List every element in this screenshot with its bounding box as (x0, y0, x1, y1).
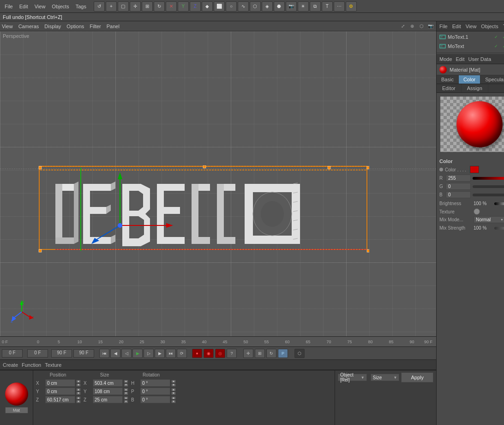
gen-btn[interactable]: ◈ (262, 1, 273, 12)
tab-specular[interactable]: Specular (480, 75, 504, 84)
goto-start-btn[interactable]: ⏮ (99, 349, 109, 358)
mix-mode-dropdown[interactable]: Normal ▼ (474, 216, 504, 223)
g-field[interactable]: 0 (446, 183, 471, 190)
keyframe-btn[interactable]: ● (192, 349, 202, 358)
brightness-slider[interactable] (494, 202, 504, 205)
select-btn[interactable]: ▢ (118, 1, 129, 12)
vp-menu-panel[interactable]: Panel (107, 24, 120, 29)
b-field[interactable]: 0 (446, 191, 471, 198)
object-rel-dropdown[interactable]: Object [Rel] ▼ (338, 374, 367, 381)
rotate-btn[interactable]: ↻ (154, 1, 165, 12)
vp-menu-filter[interactable]: Filter (90, 24, 101, 29)
color-swatch[interactable] (470, 166, 479, 173)
obj-visible-motext[interactable]: ✓ (493, 43, 499, 49)
more-btn[interactable]: ⋯ (334, 1, 345, 12)
sphere-btn[interactable]: ○ (226, 1, 237, 12)
vp-menu-view[interactable]: View (2, 24, 13, 29)
x-size-arrows[interactable]: ▲ ▼ (124, 380, 128, 387)
y-btn[interactable]: Y (178, 1, 189, 12)
spline-btn[interactable]: ∿ (238, 1, 249, 12)
object-item-motext1[interactable]: T MoText.1 ✓ ✓ (438, 32, 504, 42)
y-pos-arrows[interactable]: ▲ ▼ (76, 388, 81, 395)
help-btn[interactable]: ? (227, 349, 237, 358)
z-size-field[interactable]: 25 cm (93, 396, 123, 403)
vp-menu-options[interactable]: Options (66, 24, 84, 29)
p-rot-arrows[interactable]: ▲ ▼ (171, 388, 176, 395)
right-menu-edit[interactable]: Edit (452, 24, 461, 29)
g-slider[interactable] (473, 185, 504, 188)
obj-visible-motext1[interactable]: ✓ (493, 34, 499, 40)
material-ball-small[interactable] (5, 382, 28, 406)
b-rot-field[interactable]: 0 ° (140, 396, 170, 403)
obj-check2-motext1[interactable]: ✓ (501, 34, 504, 40)
next-frame-btn[interactable]: ▶ (155, 349, 165, 358)
keyframe-btn3[interactable]: ◎ (215, 349, 225, 358)
right-menu-objects[interactable]: Objects (481, 24, 498, 29)
create-menu[interactable]: Create (3, 362, 18, 368)
menu-tags[interactable]: Tags (73, 3, 89, 10)
vp-cam-icon[interactable]: 📷 (427, 23, 434, 30)
y-pos-field[interactable]: 0 cm (45, 388, 75, 395)
obj-check2-motext[interactable]: ✓ (501, 43, 504, 49)
r-slider[interactable] (473, 177, 504, 180)
mix-strength-slider[interactable] (494, 227, 504, 230)
texture-menu[interactable]: Texture (45, 362, 61, 368)
play-btn[interactable]: ▶ (132, 349, 143, 358)
menu-objects[interactable]: Objects (49, 3, 72, 10)
frame-field-3[interactable]: 90 F (51, 349, 72, 358)
menu-edit[interactable]: Edit (17, 3, 31, 10)
right-menu-view[interactable]: View (466, 24, 477, 29)
z-pos-field[interactable]: 60.517 cm (45, 396, 75, 403)
new-btn[interactable]: + (106, 1, 117, 12)
apply-button[interactable]: Apply (401, 372, 433, 382)
prev-frame-btn[interactable]: ◀ (110, 349, 120, 358)
move-tool-btn[interactable]: ✛ (243, 349, 253, 358)
object-item-motext[interactable]: T MoText ✓ ✓ (438, 42, 504, 51)
x-pos-field[interactable]: 0 cm (45, 379, 75, 387)
light-btn[interactable]: ☀ (298, 1, 309, 12)
text-3d-object[interactable] (37, 165, 369, 267)
frame-field-4[interactable]: 90 F (73, 349, 94, 358)
undo-btn[interactable]: ↺ (94, 1, 105, 12)
y-size-field[interactable]: 108 cm (93, 388, 123, 395)
keyframe-btn2[interactable]: ◉ (204, 349, 214, 358)
vp-fit-icon[interactable]: ⬡ (418, 23, 425, 30)
x-btn[interactable]: ✕ (166, 1, 177, 12)
current-frame-field[interactable]: 0 F (2, 349, 23, 358)
menu-file[interactable]: File (2, 3, 16, 10)
mat-mode[interactable]: Mode (439, 56, 452, 62)
loop-btn[interactable]: ⟳ (177, 349, 187, 358)
scale-tool-btn[interactable]: ⊞ (255, 349, 265, 358)
mat-user-data[interactable]: User Data (468, 56, 492, 62)
b-slider[interactable] (473, 194, 504, 196)
timeline-ruler[interactable]: 0 5 10 15 20 25 30 35 40 45 50 55 60 65 … (14, 337, 422, 346)
tab-basic[interactable]: Basic (437, 75, 459, 84)
rotate-tool-btn[interactable]: ↻ (266, 349, 276, 358)
motext-btn[interactable]: T (322, 1, 333, 12)
viewport-3d[interactable]: Perspective (0, 31, 436, 336)
y-size-arrows[interactable]: ▲ ▼ (124, 388, 128, 395)
vp-menu-display[interactable]: Display (44, 24, 61, 29)
tab-editor[interactable]: Editor (437, 84, 462, 92)
frame-field-2[interactable]: 0 F (27, 349, 48, 358)
right-menu-file[interactable]: File (439, 24, 448, 29)
function-menu[interactable]: Function (22, 362, 41, 368)
z-btn[interactable]: Z (190, 1, 201, 12)
texture-toggle[interactable] (474, 208, 480, 215)
vp-move-icon[interactable]: ⤢ (399, 23, 407, 30)
x-size-field[interactable]: 503.4 cm (93, 379, 123, 387)
prev-key-btn[interactable]: ◁ (121, 349, 132, 358)
p-rot-field[interactable]: 0 ° (140, 388, 170, 395)
h-rot-arrows[interactable]: ▲ ▼ (171, 380, 176, 387)
scale-btn[interactable]: ⊞ (142, 1, 153, 12)
vp-menu-cameras[interactable]: Cameras (18, 24, 39, 29)
h-rot-field[interactable]: 0 ° (140, 379, 170, 387)
b-rot-arrows[interactable]: ▲ ▼ (171, 396, 176, 403)
tab-color[interactable]: Color (459, 75, 480, 84)
deform-btn[interactable]: ⬡ (250, 1, 261, 12)
obj-mode-btn[interactable]: P (278, 349, 288, 358)
next-key-btn[interactable]: ▷ (144, 349, 154, 358)
move-btn[interactable]: ✛ (130, 1, 141, 12)
r-field[interactable]: 255 (446, 175, 471, 182)
scene-btn[interactable]: ⬣ (274, 1, 285, 12)
